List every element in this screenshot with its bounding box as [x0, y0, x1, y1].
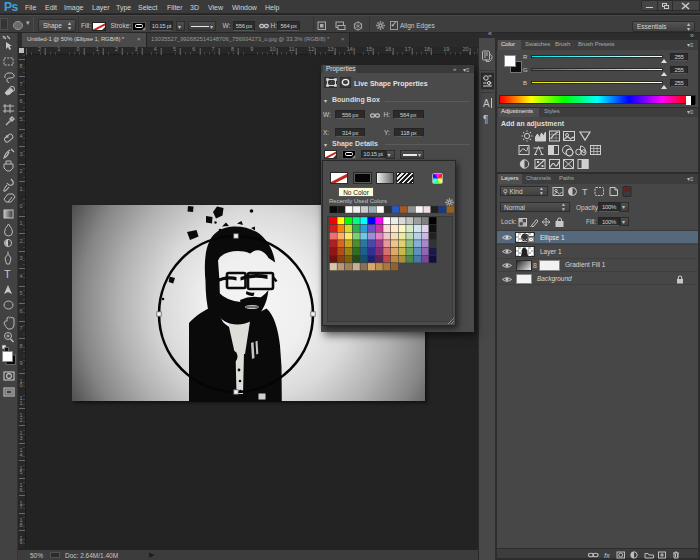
svg-text:»: »	[2, 34, 6, 41]
svg-text:¶: ¶	[483, 114, 488, 125]
svg-text:A: A	[483, 98, 490, 109]
svg-text:T: T	[4, 268, 11, 280]
svg-text:T: T	[582, 187, 588, 197]
svg-text:fx: fx	[604, 551, 610, 559]
